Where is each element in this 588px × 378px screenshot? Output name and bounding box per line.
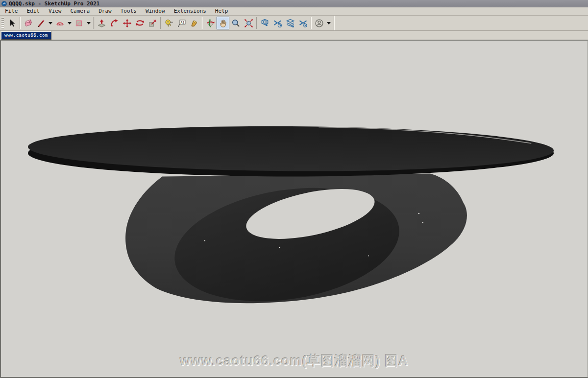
tape-measure-icon [164, 18, 174, 28]
toolbar-grip[interactable] [1, 18, 4, 28]
select-tool-button[interactable] [5, 17, 18, 29]
menu-camera[interactable]: Camera [68, 7, 93, 15]
zoom-tool-button[interactable] [229, 17, 242, 29]
menu-view[interactable]: View [46, 7, 65, 15]
follow-me-tool-button[interactable] [108, 17, 121, 29]
extension-c-tool-button[interactable] [284, 17, 296, 29]
shapes-tool-dropdown[interactable] [85, 17, 92, 29]
tip-strip: www.caotu66.com [0, 31, 588, 40]
push-pull-tool-button[interactable] [95, 17, 108, 29]
text-tool-badge: A1 [180, 20, 184, 24]
menu-extensions[interactable]: Extensions [171, 7, 209, 15]
menu-file[interactable]: File [2, 7, 21, 15]
extension-c-icon [285, 18, 295, 28]
move-tool-button[interactable] [121, 17, 133, 29]
account-dropdown[interactable] [325, 17, 332, 29]
menu-window[interactable]: Window [143, 7, 168, 15]
extension-a-icon [260, 18, 270, 28]
paint-bucket-icon [189, 18, 199, 28]
line-tool-dropdown[interactable] [47, 17, 53, 29]
toolbar-separator [20, 17, 20, 29]
menu-tools[interactable]: Tools [118, 7, 140, 15]
menu-draw[interactable]: Draw [96, 7, 115, 15]
zoom-extents-icon [244, 18, 254, 28]
line-icon [36, 18, 46, 28]
select-icon [7, 18, 17, 28]
push-pull-icon [97, 18, 107, 28]
arcs-tool-dropdown[interactable] [66, 17, 73, 29]
orbit-tool-button[interactable] [204, 17, 217, 29]
extension-d-icon [298, 18, 308, 28]
pan-tool-button[interactable] [217, 17, 229, 29]
watermark: www.caotu66.com(草图溜溜网) 图A [1, 352, 588, 370]
pan-icon [218, 18, 228, 28]
window-title: QQQQ.skp - SketchUp Pro 2021 [9, 0, 99, 7]
scale-icon [147, 18, 158, 28]
chevron-down-icon [68, 22, 72, 24]
text-tool-button[interactable]: A1 [175, 17, 188, 29]
toolbar-separator [202, 17, 202, 29]
arcs-icon [55, 18, 65, 28]
toolbar-separator [311, 17, 311, 29]
model-table-base[interactable] [125, 173, 467, 316]
extension-b-tool-button[interactable] [271, 17, 284, 29]
scale-tool-button[interactable] [146, 17, 159, 29]
menu-edit[interactable]: Edit [24, 7, 43, 15]
modeling-viewport[interactable]: www.caotu66.com(草图溜溜网) 图A [0, 40, 588, 378]
menu-bar: File Edit View Camera Draw Tools Window … [0, 7, 588, 16]
paint-bucket-tool-button[interactable] [188, 17, 200, 29]
zoom-extents-tool-button[interactable] [242, 17, 255, 29]
chevron-down-icon [327, 22, 331, 24]
toolbar-row: A1 [0, 16, 588, 31]
zoom-icon [231, 18, 241, 28]
eraser-icon [23, 18, 33, 28]
shapes-icon [74, 18, 84, 28]
tape-measure-tool-button[interactable] [162, 17, 175, 29]
model-table-top[interactable] [28, 124, 554, 176]
chevron-down-icon [49, 22, 52, 24]
toolbar-separator [160, 17, 161, 29]
account-button[interactable] [313, 17, 325, 29]
toolbar-separator [93, 17, 94, 29]
line-tool-button[interactable] [34, 17, 47, 29]
menu-help[interactable]: Help [212, 7, 231, 15]
main-toolbar: A1 [0, 16, 334, 30]
rotate-icon [135, 18, 145, 28]
text-icon: A1 [176, 18, 187, 28]
follow-me-icon [109, 18, 120, 28]
scene-canvas [1, 41, 588, 377]
extension-d-tool-button[interactable] [296, 17, 309, 29]
rotate-tool-button[interactable] [133, 17, 146, 29]
extension-a-tool-button[interactable] [258, 17, 271, 29]
extension-b-icon [272, 18, 283, 28]
eraser-tool-button[interactable] [22, 17, 34, 29]
screen-tip: www.caotu66.com [1, 31, 51, 40]
toolbar-separator [256, 17, 257, 29]
chevron-down-icon [87, 22, 91, 24]
shapes-tool-button[interactable] [73, 17, 85, 29]
orbit-icon [205, 18, 216, 28]
account-icon [314, 18, 324, 28]
sketchup-logo-icon [1, 1, 7, 6]
arcs-tool-button[interactable] [53, 17, 66, 29]
move-icon [122, 18, 132, 28]
title-bar: QQQQ.skp - SketchUp Pro 2021 [0, 0, 588, 7]
